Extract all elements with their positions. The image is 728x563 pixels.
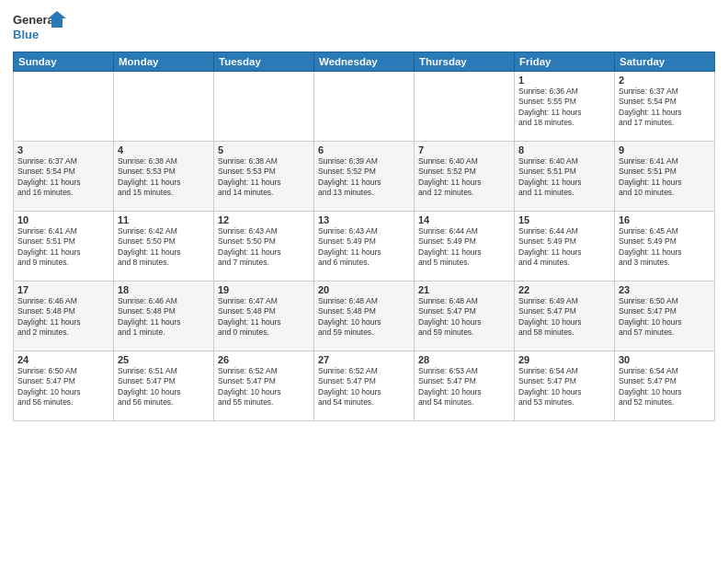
day-info: Sunrise: 6:41 AM Sunset: 5:51 PM Dayligh… xyxy=(17,226,109,269)
calendar-cell xyxy=(314,72,415,142)
day-number: 11 xyxy=(118,214,210,225)
day-number: 12 xyxy=(218,214,310,225)
calendar-cell: 23Sunrise: 6:50 AM Sunset: 5:47 PM Dayli… xyxy=(615,282,715,351)
day-info: Sunrise: 6:37 AM Sunset: 5:54 PM Dayligh… xyxy=(17,156,109,199)
day-info: Sunrise: 6:43 AM Sunset: 5:49 PM Dayligh… xyxy=(318,226,410,269)
weekday-header: Wednesday xyxy=(314,52,415,72)
day-number: 14 xyxy=(418,214,510,225)
day-info: Sunrise: 6:54 AM Sunset: 5:47 PM Dayligh… xyxy=(619,366,711,408)
weekday-header: Tuesday xyxy=(214,52,314,72)
day-number: 22 xyxy=(518,284,610,295)
calendar-cell: 6Sunrise: 6:39 AM Sunset: 5:52 PM Daylig… xyxy=(314,142,415,212)
day-number: 21 xyxy=(418,284,510,295)
calendar-cell: 17Sunrise: 6:46 AM Sunset: 5:48 PM Dayli… xyxy=(14,282,114,351)
day-info: Sunrise: 6:40 AM Sunset: 5:52 PM Dayligh… xyxy=(418,156,510,199)
calendar-cell: 29Sunrise: 6:54 AM Sunset: 5:47 PM Dayli… xyxy=(515,351,615,421)
calendar-cell: 5Sunrise: 6:38 AM Sunset: 5:53 PM Daylig… xyxy=(214,142,314,212)
day-info: Sunrise: 6:53 AM Sunset: 5:47 PM Dayligh… xyxy=(418,366,510,408)
day-number: 2 xyxy=(619,75,711,86)
day-info: Sunrise: 6:40 AM Sunset: 5:51 PM Dayligh… xyxy=(518,156,610,199)
day-info: Sunrise: 6:50 AM Sunset: 5:47 PM Dayligh… xyxy=(619,296,711,339)
day-info: Sunrise: 6:42 AM Sunset: 5:50 PM Dayligh… xyxy=(118,226,210,269)
calendar-cell: 13Sunrise: 6:43 AM Sunset: 5:49 PM Dayli… xyxy=(314,212,415,282)
day-number: 7 xyxy=(418,144,510,155)
day-info: Sunrise: 6:48 AM Sunset: 5:48 PM Dayligh… xyxy=(318,296,410,339)
svg-text:Blue: Blue xyxy=(13,28,39,41)
day-info: Sunrise: 6:51 AM Sunset: 5:47 PM Dayligh… xyxy=(118,366,210,408)
day-number: 10 xyxy=(17,214,109,225)
day-number: 19 xyxy=(218,284,310,295)
weekday-header: Sunday xyxy=(14,52,114,72)
calendar-cell: 24Sunrise: 6:50 AM Sunset: 5:47 PM Dayli… xyxy=(14,351,114,421)
day-number: 5 xyxy=(218,144,310,155)
day-info: Sunrise: 6:48 AM Sunset: 5:47 PM Dayligh… xyxy=(418,296,510,339)
day-info: Sunrise: 6:43 AM Sunset: 5:50 PM Dayligh… xyxy=(218,226,310,269)
day-number: 9 xyxy=(619,144,711,155)
calendar-cell: 15Sunrise: 6:44 AM Sunset: 5:49 PM Dayli… xyxy=(515,212,615,282)
day-number: 13 xyxy=(318,214,410,225)
calendar-week-row: 17Sunrise: 6:46 AM Sunset: 5:48 PM Dayli… xyxy=(14,282,715,351)
day-info: Sunrise: 6:45 AM Sunset: 5:49 PM Dayligh… xyxy=(619,226,711,269)
calendar-cell: 22Sunrise: 6:49 AM Sunset: 5:47 PM Dayli… xyxy=(515,282,615,351)
day-number: 24 xyxy=(17,354,109,365)
weekday-header-row: SundayMondayTuesdayWednesdayThursdayFrid… xyxy=(14,52,715,72)
calendar-table: SundayMondayTuesdayWednesdayThursdayFrid… xyxy=(13,52,715,421)
calendar-week-row: 10Sunrise: 6:41 AM Sunset: 5:51 PM Dayli… xyxy=(14,212,715,282)
calendar-cell: 28Sunrise: 6:53 AM Sunset: 5:47 PM Dayli… xyxy=(415,351,515,421)
calendar-cell: 20Sunrise: 6:48 AM Sunset: 5:48 PM Dayli… xyxy=(314,282,415,351)
weekday-header: Thursday xyxy=(415,52,515,72)
calendar-cell xyxy=(14,72,114,142)
day-number: 26 xyxy=(218,354,310,365)
weekday-header: Saturday xyxy=(615,52,715,72)
calendar-cell: 8Sunrise: 6:40 AM Sunset: 5:51 PM Daylig… xyxy=(515,142,615,212)
calendar-cell: 9Sunrise: 6:41 AM Sunset: 5:51 PM Daylig… xyxy=(615,142,715,212)
day-info: Sunrise: 6:39 AM Sunset: 5:52 PM Dayligh… xyxy=(318,156,410,199)
calendar-cell: 3Sunrise: 6:37 AM Sunset: 5:54 PM Daylig… xyxy=(14,142,114,212)
calendar-cell: 18Sunrise: 6:46 AM Sunset: 5:48 PM Dayli… xyxy=(114,282,214,351)
logo: General Blue xyxy=(13,9,68,46)
weekday-header: Monday xyxy=(114,52,214,72)
calendar-cell: 19Sunrise: 6:47 AM Sunset: 5:48 PM Dayli… xyxy=(214,282,314,351)
day-info: Sunrise: 6:41 AM Sunset: 5:51 PM Dayligh… xyxy=(619,156,711,199)
day-info: Sunrise: 6:44 AM Sunset: 5:49 PM Dayligh… xyxy=(518,226,610,269)
logo-svg: General Blue xyxy=(13,9,68,46)
calendar-cell: 21Sunrise: 6:48 AM Sunset: 5:47 PM Dayli… xyxy=(415,282,515,351)
calendar-cell xyxy=(114,72,214,142)
calendar-cell xyxy=(415,72,515,142)
day-number: 16 xyxy=(619,214,711,225)
day-info: Sunrise: 6:52 AM Sunset: 5:47 PM Dayligh… xyxy=(218,366,310,408)
weekday-header: Friday xyxy=(515,52,615,72)
calendar-cell: 25Sunrise: 6:51 AM Sunset: 5:47 PM Dayli… xyxy=(114,351,214,421)
calendar-cell: 12Sunrise: 6:43 AM Sunset: 5:50 PM Dayli… xyxy=(214,212,314,282)
calendar-cell: 16Sunrise: 6:45 AM Sunset: 5:49 PM Dayli… xyxy=(615,212,715,282)
calendar-cell xyxy=(214,72,314,142)
day-info: Sunrise: 6:38 AM Sunset: 5:53 PM Dayligh… xyxy=(118,156,210,199)
calendar-cell: 1Sunrise: 6:36 AM Sunset: 5:55 PM Daylig… xyxy=(515,72,615,142)
day-number: 18 xyxy=(118,284,210,295)
calendar-cell: 26Sunrise: 6:52 AM Sunset: 5:47 PM Dayli… xyxy=(214,351,314,421)
calendar-cell: 11Sunrise: 6:42 AM Sunset: 5:50 PM Dayli… xyxy=(114,212,214,282)
day-info: Sunrise: 6:49 AM Sunset: 5:47 PM Dayligh… xyxy=(518,296,610,339)
day-number: 20 xyxy=(318,284,410,295)
day-number: 28 xyxy=(418,354,510,365)
day-info: Sunrise: 6:37 AM Sunset: 5:54 PM Dayligh… xyxy=(619,86,711,129)
day-number: 29 xyxy=(518,354,610,365)
calendar-cell: 27Sunrise: 6:52 AM Sunset: 5:47 PM Dayli… xyxy=(314,351,415,421)
calendar-cell: 10Sunrise: 6:41 AM Sunset: 5:51 PM Dayli… xyxy=(14,212,114,282)
day-number: 6 xyxy=(318,144,410,155)
day-info: Sunrise: 6:46 AM Sunset: 5:48 PM Dayligh… xyxy=(118,296,210,339)
day-info: Sunrise: 6:50 AM Sunset: 5:47 PM Dayligh… xyxy=(17,366,109,408)
day-number: 27 xyxy=(318,354,410,365)
day-info: Sunrise: 6:46 AM Sunset: 5:48 PM Dayligh… xyxy=(17,296,109,339)
day-number: 4 xyxy=(118,144,210,155)
day-info: Sunrise: 6:47 AM Sunset: 5:48 PM Dayligh… xyxy=(218,296,310,339)
calendar-cell: 7Sunrise: 6:40 AM Sunset: 5:52 PM Daylig… xyxy=(415,142,515,212)
day-number: 25 xyxy=(118,354,210,365)
day-number: 8 xyxy=(518,144,610,155)
day-number: 30 xyxy=(619,354,711,365)
day-info: Sunrise: 6:36 AM Sunset: 5:55 PM Dayligh… xyxy=(518,86,610,129)
calendar-week-row: 24Sunrise: 6:50 AM Sunset: 5:47 PM Dayli… xyxy=(14,351,715,421)
calendar-cell: 2Sunrise: 6:37 AM Sunset: 5:54 PM Daylig… xyxy=(615,72,715,142)
calendar-week-row: 3Sunrise: 6:37 AM Sunset: 5:54 PM Daylig… xyxy=(14,142,715,212)
calendar-cell: 4Sunrise: 6:38 AM Sunset: 5:53 PM Daylig… xyxy=(114,142,214,212)
